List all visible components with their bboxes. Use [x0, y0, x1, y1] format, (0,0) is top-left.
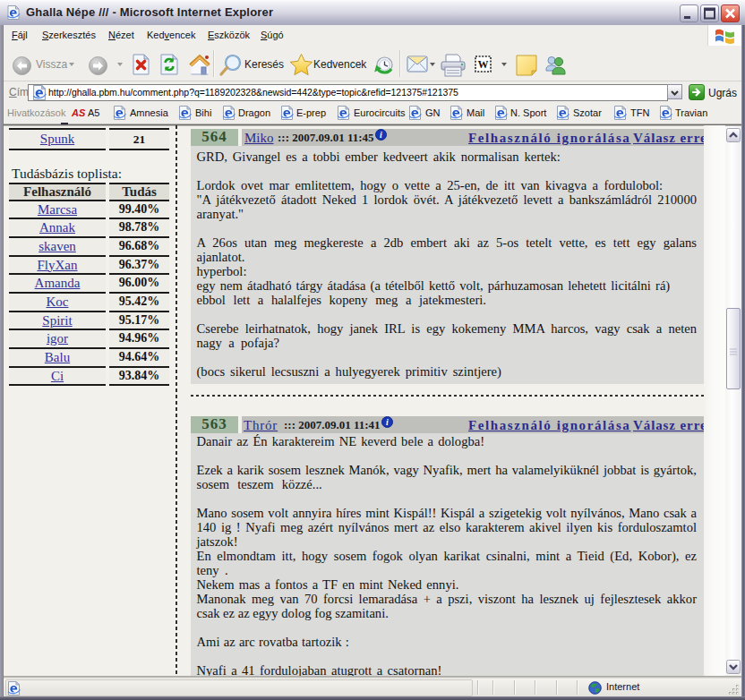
- svg-text:i: i: [380, 130, 382, 140]
- svg-text:W: W: [478, 58, 489, 71]
- svg-text:i: i: [386, 417, 389, 427]
